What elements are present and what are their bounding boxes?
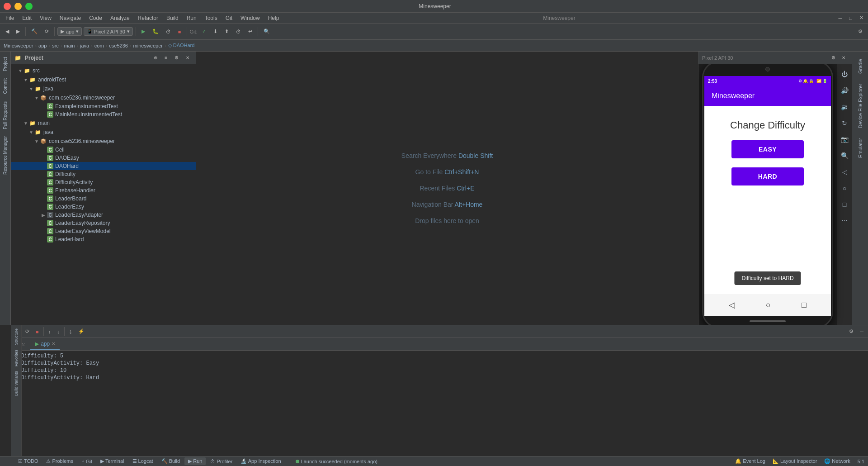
bottom-structure-tab[interactable]: Structure: [13, 327, 19, 347]
emu-square-btn[interactable]: □: [838, 198, 851, 211]
phone-recents-btn[interactable]: □: [802, 300, 807, 310]
breadcrumb-minesweeper2[interactable]: minesweeper: [133, 43, 163, 48]
run-up-btn[interactable]: ↑: [46, 328, 54, 335]
breadcrumb-main[interactable]: main: [64, 43, 75, 48]
status-run[interactable]: ▶ Run: [184, 457, 206, 465]
run-stop-btn[interactable]: ■: [33, 328, 42, 335]
tree-leaderboard[interactable]: C LeaderBoard: [11, 195, 196, 203]
emu-rotate-btn[interactable]: ↻: [838, 117, 851, 129]
menu-navigate[interactable]: Navigate: [56, 14, 85, 22]
restore-btn[interactable]: □: [846, 14, 855, 22]
run-tab-app[interactable]: ▶ app ✕: [30, 339, 60, 350]
project-settings-btn[interactable]: ⚙: [172, 54, 181, 61]
run-rerun-btn[interactable]: ⟳: [23, 328, 32, 335]
tree-leadereasy-adapter[interactable]: ▶ C LeaderEasyAdapter: [11, 211, 196, 219]
tree-main[interactable]: ▼ 📁 main: [11, 119, 196, 128]
vtab-commit[interactable]: Commit: [1, 75, 9, 97]
menu-analyze[interactable]: Analyze: [107, 14, 133, 22]
status-terminal[interactable]: ▶ Terminal: [97, 457, 127, 465]
back-nav-btn[interactable]: ◀: [3, 28, 12, 35]
profile-btn[interactable]: ⏱: [163, 28, 174, 35]
emulator-close-btn[interactable]: ✕: [839, 54, 848, 61]
run-wrap-btn[interactable]: ⤵: [66, 328, 75, 335]
menu-help[interactable]: Help: [264, 14, 283, 22]
phone-easy-btn[interactable]: EASY: [731, 140, 804, 158]
status-build[interactable]: 🔨 Build: [158, 457, 184, 465]
tree-pkg-1[interactable]: ▼ 📦 com.cse5236.minesweeper: [11, 93, 196, 102]
run-panel-settings-btn[interactable]: ⚙: [846, 328, 856, 335]
menu-run[interactable]: Run: [183, 14, 200, 22]
phone-home-btn[interactable]: ○: [766, 300, 771, 310]
emu-screenshot-btn[interactable]: 📷: [838, 133, 851, 146]
breadcrumb-app[interactable]: app: [38, 43, 47, 48]
vtab-resource-manager[interactable]: Resource Manager: [1, 133, 9, 178]
emu-back-btn[interactable]: ◁: [838, 166, 851, 178]
project-icon-1[interactable]: ⊕: [151, 54, 160, 61]
tree-daohard[interactable]: C DAOHard: [11, 162, 196, 170]
run-tab-close[interactable]: ✕: [52, 341, 55, 346]
emu-power-btn[interactable]: ⏻: [838, 68, 851, 81]
breadcrumb-java[interactable]: java: [80, 43, 89, 48]
search-everywhere-btn[interactable]: 🔍: [261, 28, 273, 35]
emulator-tab[interactable]: Emulator: [856, 134, 865, 162]
git-check-btn[interactable]: ✓: [199, 28, 209, 35]
tree-mainmenutest[interactable]: C MainMenuInstrumentedTest: [11, 110, 196, 119]
tree-pkg-2[interactable]: ▼ 📦 com.cse5236.minesweeper: [11, 137, 196, 146]
emulator-settings-btn[interactable]: ⚙: [829, 54, 838, 61]
bottom-build-tab[interactable]: Build Variants: [13, 369, 19, 398]
menu-edit[interactable]: Edit: [19, 14, 35, 22]
status-git[interactable]: ⑂ Git: [78, 458, 96, 465]
breadcrumb-com[interactable]: com: [94, 43, 104, 48]
menu-git[interactable]: Git: [222, 14, 236, 22]
vtab-pull-requests[interactable]: Pull Requests: [1, 98, 9, 133]
sync-btn[interactable]: ⟳: [42, 28, 52, 35]
tree-difficultyactivity[interactable]: C DifficultyActivity: [11, 178, 196, 186]
tree-java-2[interactable]: ▼ 📁 java: [11, 128, 196, 137]
status-event-log[interactable]: 🔔 Event Log: [735, 458, 765, 464]
bottom-favorites-tab[interactable]: Favorites: [13, 348, 19, 368]
tree-leadereasyvm[interactable]: C LeaderEasyViewModel: [11, 227, 196, 235]
status-network[interactable]: 🌐 Network: [824, 458, 850, 464]
emu-more-btn[interactable]: ⋯: [838, 214, 851, 227]
emu-circle-btn[interactable]: ○: [838, 182, 851, 195]
menu-window[interactable]: Window: [237, 14, 264, 22]
tree-leaderhard[interactable]: C LeaderHard: [11, 235, 196, 243]
tree-src[interactable]: ▼ 📁 src: [11, 66, 196, 75]
build-btn[interactable]: 🔨: [28, 28, 40, 35]
run-btn[interactable]: ▶: [139, 28, 148, 35]
tree-androidtest[interactable]: ▼ 📁 androidTest: [11, 75, 196, 84]
breadcrumb-daohard[interactable]: ◇ DAOHard: [168, 43, 195, 48]
close-button[interactable]: [4, 3, 11, 10]
phone-back-btn[interactable]: ◁: [729, 300, 735, 310]
emu-vol-down-btn[interactable]: 🔉: [838, 100, 851, 113]
menu-tools[interactable]: Tools: [201, 14, 221, 22]
forward-nav-btn[interactable]: ▶: [14, 28, 23, 35]
breadcrumb-cse5236[interactable]: cse5236: [109, 43, 128, 48]
git-push-btn[interactable]: ⬆: [222, 28, 231, 35]
minimize-button[interactable]: [14, 3, 22, 10]
menu-view[interactable]: View: [36, 14, 55, 22]
tree-leadereasy[interactable]: C LeaderEasy: [11, 203, 196, 211]
status-todo[interactable]: ☑ TODO: [14, 457, 42, 465]
close-btn[interactable]: ✕: [857, 14, 866, 22]
run-panel-close-btn[interactable]: ─: [857, 328, 866, 335]
status-app-inspection[interactable]: 🔬 App Inspection: [237, 457, 284, 465]
device-file-tab[interactable]: Device File Explorer: [856, 80, 865, 132]
tree-difficulty[interactable]: C Difficulty: [11, 170, 196, 178]
vtab-project[interactable]: Project: [1, 53, 9, 75]
git-revert-btn[interactable]: ↩: [245, 28, 255, 35]
status-problems[interactable]: ⚠ Problems: [42, 457, 77, 465]
project-close-btn[interactable]: ✕: [183, 54, 192, 61]
menu-refactor[interactable]: Refactor: [134, 14, 162, 22]
status-profiler[interactable]: ⏱ Profiler: [207, 458, 236, 465]
breadcrumb-src[interactable]: src: [52, 43, 59, 48]
project-collapse-btn[interactable]: ≡: [162, 54, 170, 61]
status-layout-inspector[interactable]: 📐 Layout Inspector: [773, 458, 817, 464]
tree-daoeasy[interactable]: C DAOEasy: [11, 154, 196, 162]
tree-cell[interactable]: C Cell: [11, 146, 196, 154]
settings-btn[interactable]: ⚙: [855, 28, 865, 35]
status-logcat[interactable]: ☰ Logcat: [129, 457, 157, 465]
menu-file[interactable]: File: [2, 14, 18, 22]
tree-firebasehandler[interactable]: C FirebaseHandler: [11, 186, 196, 195]
emu-vol-up-btn[interactable]: 🔊: [838, 84, 851, 97]
